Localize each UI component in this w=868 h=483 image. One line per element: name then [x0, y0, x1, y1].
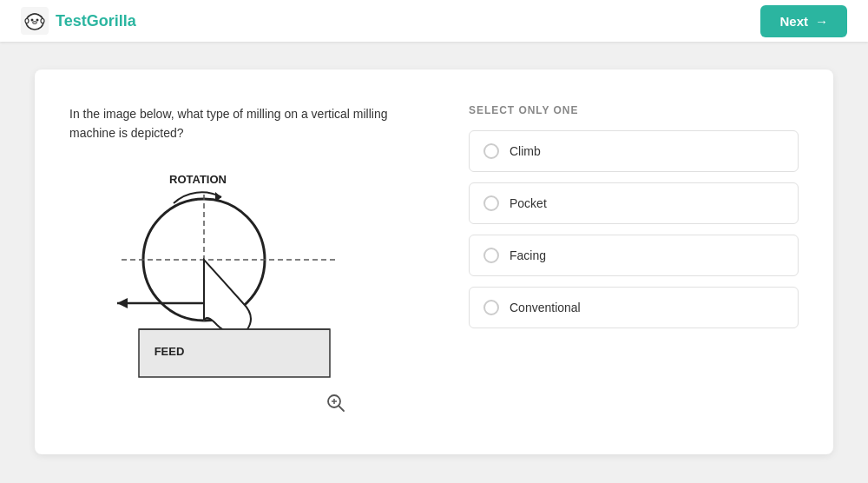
next-button[interactable]: Next →: [760, 5, 847, 37]
option-climb[interactable]: Climb: [469, 130, 799, 172]
svg-point-5: [33, 22, 37, 24]
diagram-container: ROTATION: [69, 164, 339, 416]
question-card: In the image below, what type of milling…: [35, 69, 833, 454]
svg-point-4: [36, 19, 39, 22]
option-pocket[interactable]: Pocket: [469, 182, 799, 224]
option-facing[interactable]: Facing: [469, 235, 799, 276]
logo-icon: [21, 7, 49, 35]
option-climb-label: Climb: [510, 144, 541, 158]
main-content: In the image below, what type of milling…: [0, 42, 868, 482]
header: TestGorilla Next →: [0, 0, 868, 42]
right-panel: SELECT ONLY ONE Climb Pocket Facing Conv…: [469, 104, 799, 420]
radio-pocket[interactable]: [483, 195, 499, 211]
options-list: Climb Pocket Facing Conventional: [469, 130, 799, 328]
select-label: SELECT ONLY ONE: [469, 104, 799, 116]
radio-facing[interactable]: [483, 248, 499, 263]
zoom-icon[interactable]: [326, 394, 345, 413]
svg-text:FEED: FEED: [155, 345, 185, 358]
milling-diagram: ROTATION: [69, 164, 339, 416]
logo-text: TestGorilla: [56, 12, 136, 30]
radio-conventional[interactable]: [483, 300, 499, 315]
next-arrow-icon: →: [815, 14, 828, 29]
option-conventional[interactable]: Conventional: [469, 287, 799, 328]
option-pocket-label: Pocket: [510, 196, 547, 210]
svg-point-7: [41, 19, 44, 23]
option-facing-label: Facing: [510, 248, 546, 262]
option-conventional-label: Conventional: [510, 301, 581, 314]
svg-marker-16: [117, 298, 128, 308]
svg-text:ROTATION: ROTATION: [169, 173, 227, 186]
svg-line-19: [339, 406, 344, 411]
svg-point-3: [31, 19, 34, 22]
svg-point-6: [25, 19, 29, 23]
logo-area: TestGorilla: [21, 7, 136, 35]
radio-climb[interactable]: [483, 143, 499, 159]
left-panel: In the image below, what type of milling…: [69, 104, 434, 420]
question-text: In the image below, what type of milling…: [69, 104, 434, 143]
